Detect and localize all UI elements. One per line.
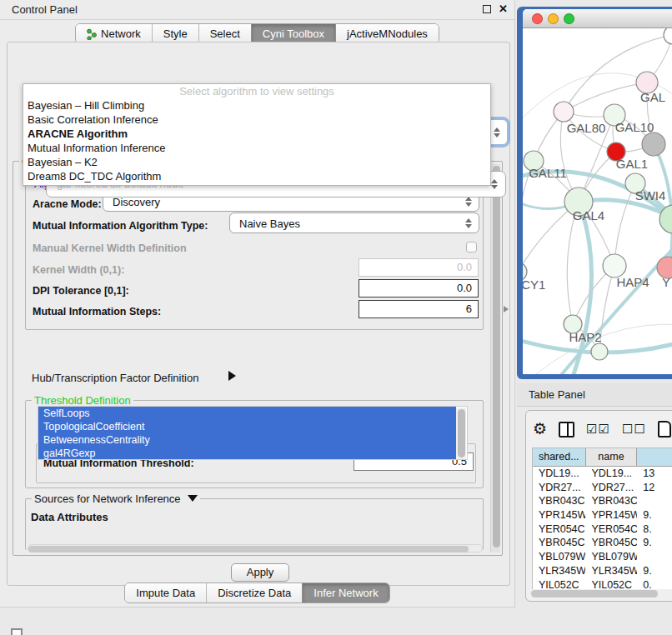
combo-arrows-icon <box>465 218 472 228</box>
network-node[interactable] <box>642 132 665 156</box>
expand-arrow-icon[interactable] <box>228 371 236 381</box>
aracne-mode-label: Aracne Mode: <box>33 198 102 210</box>
table-row[interactable]: YLR345WYLR345W9. <box>533 564 672 578</box>
table-cell: YER054C <box>533 522 585 537</box>
table-row[interactable]: YBL079WYBL079W <box>533 550 672 564</box>
network-node-label: GAL80 <box>567 121 606 135</box>
sources-title[interactable]: Sources for Network Inference <box>32 492 200 505</box>
screen: Control Panel ✕ NetworkStyleSelectCyni T… <box>0 0 672 635</box>
select-all-checkboxes-icon[interactable]: ☑☑ <box>586 422 610 437</box>
tab-select[interactable]: Select <box>198 24 251 43</box>
table-cell: YBL079W <box>585 550 637 564</box>
table-cell: 9. <box>637 564 672 578</box>
manual-kernel-label: Manual Kernel Width Definition <box>33 242 187 254</box>
data-attributes-list[interactable]: SelfLoopsTopologicalCoefficientBetweenne… <box>38 406 468 460</box>
network-icon <box>87 28 97 40</box>
minimize-traffic-light[interactable] <box>548 13 559 24</box>
hub-definition-label[interactable]: Hub/Transcription Factor Definition <box>32 372 198 384</box>
tab-jactivemnodules[interactable]: jActiveMNodules <box>335 24 439 43</box>
cyni-bottom-tabbar: Impute DataDiscretize DataInfer Network <box>0 582 514 603</box>
table-cell: 13 <box>637 467 672 481</box>
network-window-titlebar[interactable] <box>523 9 672 28</box>
deselect-all-checkboxes-icon[interactable]: ☐☐ <box>622 422 646 437</box>
table-row[interactable]: YER054CYER054C8. <box>533 522 672 537</box>
network-node-label: GAL4 <box>573 208 604 222</box>
mi-type-value: Naive Bayes <box>239 217 300 229</box>
algorithm-option-basic-correlation-inference[interactable]: Basic Correlation Inference <box>23 112 490 127</box>
table-panel-header: Table Panel <box>517 383 672 407</box>
network-node-hap4[interactable] <box>603 254 626 278</box>
table-row[interactable]: YBR045CYBR045C9. <box>533 536 672 550</box>
network-node-label: SWI4 <box>635 188 666 202</box>
table-cell: YPR145W <box>533 508 585 522</box>
tab-cyni-toolbox[interactable]: Cyni Toolbox <box>251 24 335 43</box>
close-traffic-light[interactable] <box>532 13 543 24</box>
table-cell: YBR045C <box>585 536 637 550</box>
attribute-item-betweennesscentrality[interactable]: BetweennessCentrality <box>38 433 456 447</box>
algorithm-option-bayesian-hill-climbing[interactable]: Bayesian – Hill Climbing <box>23 98 490 112</box>
table-cell: YDL19... <box>585 467 637 481</box>
zoom-traffic-light[interactable] <box>564 13 574 24</box>
new-table-icon[interactable] <box>658 421 671 438</box>
attributes-scrollbar[interactable] <box>456 408 466 460</box>
table-cell: YBR045C <box>533 536 585 550</box>
network-node-gal80[interactable] <box>554 102 574 122</box>
network-node-label: GAL10 <box>615 120 654 134</box>
table-cell: 9. <box>637 508 672 522</box>
table-cell: 9. <box>637 536 672 550</box>
table-row[interactable]: YDR27...YDR27...12 <box>533 481 672 495</box>
table-row[interactable]: YDL19...YDL19...13 <box>533 467 672 481</box>
columns-icon[interactable] <box>559 422 574 438</box>
apply-button[interactable]: Apply <box>231 563 289 582</box>
bottom-left-widget[interactable] <box>11 628 23 635</box>
attribute-item-gal4rgexp[interactable]: gal4RGexp <box>38 447 456 460</box>
network-node[interactable] <box>664 28 672 44</box>
tab-label: Network <box>101 28 141 40</box>
table-horizontal-scrollbar[interactable] <box>529 589 672 598</box>
attribute-item-topologicalcoefficient[interactable]: TopologicalCoefficient <box>38 420 456 433</box>
node-table[interactable]: shared...name YDL19...YDL19...13YDR27...… <box>532 448 672 594</box>
algorithm-popup-placeholder: Select algorithm to view settings <box>23 84 490 98</box>
gear-icon[interactable]: ⚙ <box>533 421 547 438</box>
attribute-item-selfloops[interactable]: SelfLoops <box>38 407 456 420</box>
panel-splitter-handle[interactable] <box>504 306 509 312</box>
table-cell: YDR27... <box>533 481 585 495</box>
float-window-icon[interactable] <box>483 5 491 13</box>
table-panel-title: Table Panel <box>529 388 585 401</box>
algorithm-definition-group: Algorithm Definition Aracne Mode: Discov… <box>25 183 484 330</box>
column-header-name[interactable]: name <box>586 448 638 466</box>
settings-horizontal-scrollbar[interactable] <box>28 544 483 552</box>
cyni-tab-label: Discretize Data <box>218 587 291 599</box>
network-node[interactable] <box>591 343 608 360</box>
settings-vertical-scrollbar[interactable] <box>490 164 500 552</box>
table-row[interactable]: YPR145WYPR145W9. <box>533 508 672 522</box>
algorithm-option-aracne-algorithm[interactable]: ARACNE Algorithm <box>23 127 490 141</box>
manual-kernel-checkbox[interactable] <box>466 242 477 252</box>
table-cell: YER054C <box>585 522 637 537</box>
network-canvas[interactable]: GALGAL80GAL10GAL1GAL11SWI4GAL4GCY1HAP4YH… <box>523 28 672 374</box>
column-header-shared[interactable]: shared... <box>533 448 586 466</box>
control-panel-window: Control Panel ✕ NetworkStyleSelectCyni T… <box>0 0 515 608</box>
algorithm-option-dream8-dc-tdc-algorithm[interactable]: Dream8 DC_TDC Algorithm <box>23 169 490 183</box>
column-header-2[interactable] <box>637 448 672 466</box>
control-panel-titlebar: Control Panel ✕ <box>0 0 514 20</box>
tab-style[interactable]: Style <box>152 24 198 43</box>
collapse-arrow-icon <box>188 495 198 502</box>
cyni-tab-discretize-data[interactable]: Discretize Data <box>206 583 302 602</box>
algorithm-option-bayesian-k2[interactable]: Bayesian – K2 <box>23 155 490 169</box>
close-icon[interactable]: ✕ <box>499 4 508 14</box>
mi-algorithm-type-combobox[interactable]: Naive Bayes <box>229 212 479 233</box>
network-node-label: GAL <box>640 90 665 104</box>
algorithm-option-mutual-information-inference[interactable]: Mutual Information Inference <box>23 141 490 155</box>
table-row[interactable]: YBR043CYBR043C <box>533 494 672 508</box>
kernel-width-field[interactable]: 0.0 <box>359 258 479 277</box>
mi-steps-field[interactable]: 6 <box>359 300 479 318</box>
network-edge <box>614 183 635 266</box>
tab-network[interactable]: Network <box>76 24 152 43</box>
tab-label: Cyni Toolbox <box>263 28 324 40</box>
cyni-tab-impute-data[interactable]: Impute Data <box>125 583 206 602</box>
cyni-tab-infer-network[interactable]: Infer Network <box>302 583 389 602</box>
mi-steps-label: Mutual Information Steps: <box>33 306 161 318</box>
table-cell <box>637 550 672 564</box>
dpi-tolerance-field[interactable]: 0.0 <box>359 279 479 298</box>
